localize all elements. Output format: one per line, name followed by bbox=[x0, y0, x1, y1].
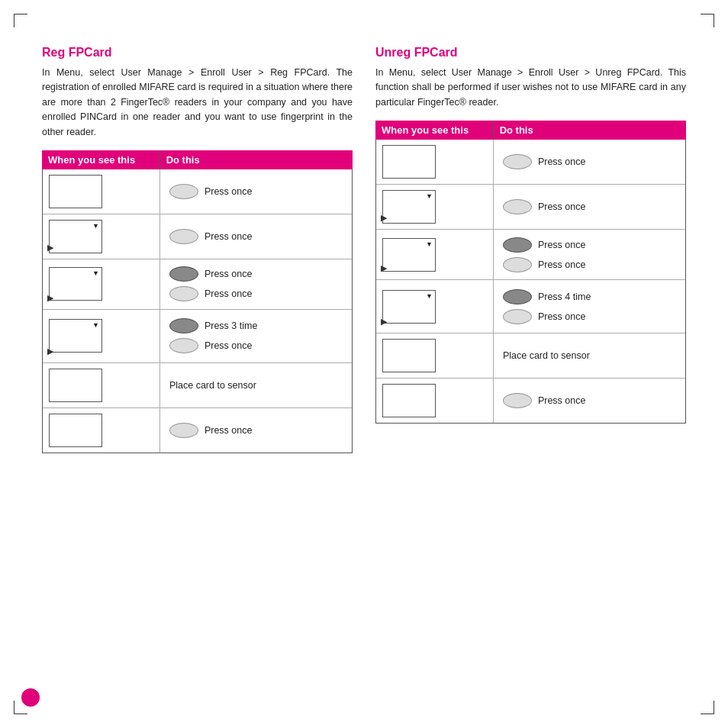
reg-fpcard-desc: In Menu, select User Manage > Enroll Use… bbox=[42, 66, 353, 140]
unreg-row3-label2: Press once bbox=[538, 259, 586, 270]
pink-circle-decoration bbox=[21, 688, 40, 707]
screen-display bbox=[382, 339, 436, 372]
screen-display bbox=[49, 414, 102, 447]
corner-br bbox=[701, 701, 714, 714]
unreg-row4-label2: Press once bbox=[538, 311, 586, 322]
unreg-row4-btn1: Press 4 time bbox=[503, 289, 676, 304]
reg-row2-btn: Press once bbox=[169, 229, 343, 244]
unreg-row6-do: Press once bbox=[494, 378, 685, 423]
unreg-row6-label: Press once bbox=[538, 395, 586, 406]
reg-row-6: Press once bbox=[43, 408, 352, 453]
down-button-icon bbox=[169, 318, 198, 333]
ok-button-icon bbox=[169, 184, 198, 199]
ok-button-icon bbox=[169, 338, 198, 353]
screen-display: ▼ bbox=[49, 267, 102, 301]
reg-row3-label2: Press once bbox=[205, 288, 253, 299]
reg-row3-see: ▼ ▶ bbox=[43, 259, 160, 309]
unreg-row5-see bbox=[376, 333, 494, 378]
unreg-row4-label1: Press 4 time bbox=[538, 292, 591, 302]
unreg-th-do: Do this bbox=[494, 121, 686, 140]
reg-row6-label: Press once bbox=[205, 425, 253, 436]
unreg-row2-label: Press once bbox=[538, 201, 586, 212]
screen-display: ▼ bbox=[382, 190, 436, 224]
unreg-row4-see: ▼ ▶ bbox=[376, 280, 494, 333]
unreg-row3-btn2: Press once bbox=[503, 257, 676, 272]
screen-display: ▼ bbox=[49, 220, 102, 253]
reg-row3-btn2: Press once bbox=[169, 286, 343, 301]
screen-display bbox=[382, 384, 436, 417]
unreg-fpcard-title: Unreg FPCard bbox=[375, 46, 686, 60]
reg-row3-do: Press once Press once bbox=[160, 259, 352, 309]
unreg-row-4: ▼ ▶ Press 4 time Press once bbox=[376, 280, 685, 333]
ok-button-icon bbox=[503, 154, 532, 169]
down-button-icon bbox=[169, 266, 198, 282]
ok-button-icon bbox=[169, 229, 198, 244]
unreg-row1-label: Press once bbox=[538, 156, 586, 167]
screen-display bbox=[382, 145, 436, 179]
ok-button-icon bbox=[503, 199, 532, 214]
reg-row5-label: Place card to sensor bbox=[169, 375, 343, 395]
down-button-icon bbox=[503, 289, 532, 304]
ok-button-icon bbox=[503, 309, 532, 324]
reg-row2-label: Press once bbox=[205, 231, 253, 242]
ok-button-icon bbox=[503, 393, 532, 408]
reg-row2-do: Press once bbox=[160, 214, 352, 259]
corner-tr bbox=[701, 14, 714, 27]
reg-fpcard-title: Reg FPCard bbox=[42, 46, 353, 60]
screen-display: ▼ bbox=[49, 319, 102, 353]
reg-row4-label2: Press once bbox=[205, 340, 253, 351]
ok-button-icon bbox=[503, 257, 532, 272]
ok-button-icon bbox=[169, 423, 198, 438]
two-column-layout: Reg FPCard In Menu, select User Manage >… bbox=[42, 46, 686, 453]
reg-row2-see: ▼ ▶ bbox=[43, 214, 160, 259]
reg-row6-see bbox=[43, 408, 160, 453]
unreg-row6-btn: Press once bbox=[503, 393, 676, 408]
reg-row-1: Press once bbox=[43, 169, 352, 214]
reg-row4-label1: Press 3 time bbox=[205, 321, 257, 331]
unreg-row2-btn: Press once bbox=[503, 199, 676, 214]
unreg-row6-see bbox=[376, 378, 494, 423]
screen-display: ▼ bbox=[382, 290, 436, 324]
unreg-row-6: Press once bbox=[376, 378, 685, 423]
unreg-th-see: When you see this bbox=[375, 121, 494, 140]
page-content: Reg FPCard In Menu, select User Manage >… bbox=[42, 46, 686, 682]
screen-display: ▼ bbox=[382, 238, 436, 272]
down-button-icon bbox=[503, 237, 532, 253]
unreg-row5-do: Place card to sensor bbox=[494, 333, 685, 378]
reg-row-3: ▼ ▶ Press once Press once bbox=[43, 259, 352, 310]
reg-th-see: When you see this bbox=[42, 150, 160, 169]
unreg-fpcard-section: Unreg FPCard In Menu, select User Manage… bbox=[375, 46, 686, 453]
unreg-row4-btn2: Press once bbox=[503, 309, 676, 324]
reg-row4-btn1: Press 3 time bbox=[169, 318, 343, 333]
reg-row3-btn1: Press once bbox=[169, 266, 343, 282]
unreg-fpcard-desc: In Menu, select User Manage > Enroll Use… bbox=[375, 66, 686, 110]
unreg-table-body: Press once ▼ ▶ Press bbox=[375, 140, 686, 424]
reg-row3-label1: Press once bbox=[205, 269, 253, 279]
reg-row5-see bbox=[43, 363, 160, 407]
reg-row1-do: Press once bbox=[160, 169, 352, 214]
reg-row4-do: Press 3 time Press once bbox=[160, 310, 352, 362]
unreg-row3-do: Press once Press once bbox=[494, 230, 685, 279]
reg-fpcard-section: Reg FPCard In Menu, select User Manage >… bbox=[42, 46, 353, 453]
reg-row4-see: ▼ ▶ bbox=[43, 310, 160, 362]
reg-row-2: ▼ ▶ Press once bbox=[43, 214, 352, 259]
reg-row1-see bbox=[43, 169, 160, 214]
unreg-row3-btn1: Press once bbox=[503, 237, 676, 253]
reg-table-body: Press once ▼ ▶ Press bbox=[42, 169, 353, 453]
screen-display bbox=[49, 175, 102, 208]
reg-row-5: Place card to sensor bbox=[43, 363, 352, 408]
unreg-row2-see: ▼ ▶ bbox=[376, 185, 494, 229]
reg-row1-btn: Press once bbox=[169, 184, 343, 199]
unreg-row5-label: Place card to sensor bbox=[503, 346, 676, 366]
unreg-row3-see: ▼ ▶ bbox=[376, 230, 494, 279]
unreg-row2-do: Press once bbox=[494, 185, 685, 229]
reg-row5-do: Place card to sensor bbox=[160, 363, 352, 407]
corner-tl bbox=[14, 14, 27, 27]
unreg-row-1: Press once bbox=[376, 140, 685, 185]
unreg-row4-do: Press 4 time Press once bbox=[494, 280, 685, 333]
unreg-row1-do: Press once bbox=[494, 140, 685, 184]
screen-display bbox=[49, 369, 102, 402]
reg-th-do: Do this bbox=[160, 150, 353, 169]
ok-button-icon bbox=[169, 286, 198, 301]
unreg-row-5: Place card to sensor bbox=[376, 333, 685, 378]
